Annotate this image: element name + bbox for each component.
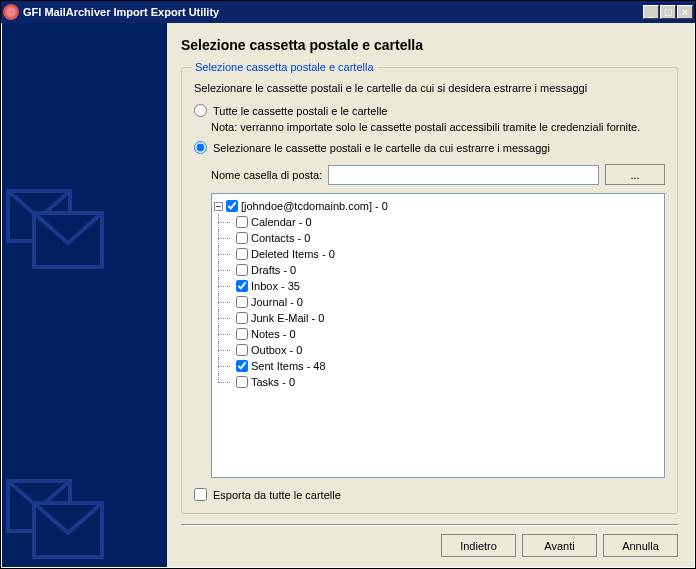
tree-item-label[interactable]: Journal - 0 <box>251 296 303 308</box>
titlebar[interactable]: GFI MailArchiver Import Export Utility _… <box>1 1 695 23</box>
tree-item-checkbox[interactable] <box>236 312 248 324</box>
tree-item[interactable]: Contacts - 0 <box>214 230 662 246</box>
group-description: Selezionare le cassette postali e le car… <box>194 82 665 94</box>
radio-all[interactable] <box>194 104 207 117</box>
content-pane: Selezione cassetta postale e cartella Se… <box>167 23 694 567</box>
export-all-checkbox[interactable] <box>194 488 207 501</box>
tree-item-label[interactable]: Calendar - 0 <box>251 216 312 228</box>
tree-item[interactable]: Outbox - 0 <box>214 342 662 358</box>
footer-separator <box>181 524 678 526</box>
footer-buttons: Indietro Avanti Annulla <box>181 534 678 557</box>
tree-item[interactable]: Junk E-Mail - 0 <box>214 310 662 326</box>
close-button[interactable]: × <box>677 5 693 19</box>
window-title: GFI MailArchiver Import Export Utility <box>23 6 643 18</box>
cancel-button[interactable]: Annulla <box>603 534 678 557</box>
tree-root-label[interactable]: [johndoe@tcdomainb.com] - 0 <box>241 200 388 212</box>
application-window: GFI MailArchiver Import Export Utility _… <box>0 0 696 569</box>
envelope-icon <box>2 173 122 283</box>
next-button[interactable]: Avanti <box>522 534 597 557</box>
tree-item-checkbox[interactable] <box>236 328 248 340</box>
envelope-icon <box>2 463 122 569</box>
tree-item-label[interactable]: Contacts - 0 <box>251 232 310 244</box>
tree-item-label[interactable]: Deleted Items - 0 <box>251 248 335 260</box>
tree-root-node[interactable]: − [johndoe@tcdomainb.com] - 0 <box>214 198 662 214</box>
tree-item[interactable]: Notes - 0 <box>214 326 662 342</box>
radio-all-note: Nota: verranno importate solo le cassett… <box>211 121 665 133</box>
tree-item-label[interactable]: Drafts - 0 <box>251 264 296 276</box>
folder-tree[interactable]: − [johndoe@tcdomainb.com] - 0 Calendar -… <box>211 193 665 478</box>
radio-select[interactable] <box>194 141 207 154</box>
tree-item-checkbox[interactable] <box>236 360 248 372</box>
tree-item[interactable]: Sent Items - 48 <box>214 358 662 374</box>
tree-item[interactable]: Calendar - 0 <box>214 214 662 230</box>
page-title: Selezione cassetta postale e cartella <box>181 37 678 53</box>
maximize-button[interactable]: □ <box>660 5 676 19</box>
tree-item-label[interactable]: Notes - 0 <box>251 328 296 340</box>
tree-item[interactable]: Journal - 0 <box>214 294 662 310</box>
mailbox-name-row: Nome casella di posta: ... <box>211 164 665 185</box>
tree-item-checkbox[interactable] <box>236 232 248 244</box>
export-all-row[interactable]: Esporta da tutte le cartelle <box>194 488 665 501</box>
tree-item-label[interactable]: Junk E-Mail - 0 <box>251 312 324 324</box>
export-all-label[interactable]: Esporta da tutte le cartelle <box>213 489 341 501</box>
minimize-icon: _ <box>648 6 654 18</box>
tree-root-checkbox[interactable] <box>226 200 238 212</box>
sidebar-banner <box>2 23 167 567</box>
mailbox-name-label: Nome casella di posta: <box>211 169 322 181</box>
group-legend: Selezione cassetta postale e cartella <box>192 61 377 73</box>
radio-all-label[interactable]: Tutte le cassette postali e le cartelle <box>213 105 387 117</box>
tree-item[interactable]: Tasks - 0 <box>214 374 662 390</box>
maximize-icon: □ <box>665 6 672 18</box>
tree-toggle-icon[interactable]: − <box>214 202 223 211</box>
window-controls: _ □ × <box>643 5 693 19</box>
radio-all-row[interactable]: Tutte le cassette postali e le cartelle <box>194 104 665 117</box>
app-icon <box>3 4 19 20</box>
tree-item-checkbox[interactable] <box>236 280 248 292</box>
selection-group: Selezione cassetta postale e cartella Se… <box>181 67 678 514</box>
mailbox-name-input[interactable] <box>328 165 599 185</box>
radio-select-label[interactable]: Selezionare le cassette postali e le car… <box>213 142 550 154</box>
tree-item-label[interactable]: Sent Items - 48 <box>251 360 326 372</box>
tree-item[interactable]: Drafts - 0 <box>214 262 662 278</box>
tree-item[interactable]: Inbox - 35 <box>214 278 662 294</box>
tree-item-checkbox[interactable] <box>236 248 248 260</box>
back-button[interactable]: Indietro <box>441 534 516 557</box>
tree-item-label[interactable]: Tasks - 0 <box>251 376 295 388</box>
tree-item-checkbox[interactable] <box>236 376 248 388</box>
tree-item-checkbox[interactable] <box>236 216 248 228</box>
window-body: Selezione cassetta postale e cartella Se… <box>1 23 695 568</box>
tree-item-label[interactable]: Inbox - 35 <box>251 280 300 292</box>
tree-item-checkbox[interactable] <box>236 344 248 356</box>
minimize-button[interactable]: _ <box>643 5 659 19</box>
tree-item-label[interactable]: Outbox - 0 <box>251 344 302 356</box>
tree-item-checkbox[interactable] <box>236 296 248 308</box>
close-icon: × <box>682 6 688 18</box>
radio-select-row[interactable]: Selezionare le cassette postali e le car… <box>194 141 665 154</box>
tree-item[interactable]: Deleted Items - 0 <box>214 246 662 262</box>
tree-item-checkbox[interactable] <box>236 264 248 276</box>
browse-button[interactable]: ... <box>605 164 665 185</box>
